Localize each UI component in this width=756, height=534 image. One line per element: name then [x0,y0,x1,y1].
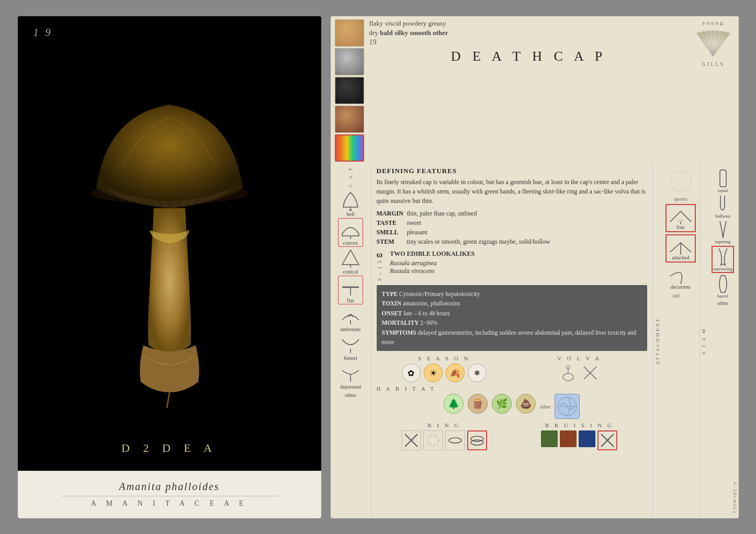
volva-present [559,363,578,382]
defining-title: DEFINING FEATURES [377,167,647,175]
ring-dot [423,430,443,450]
habitat-section: H A B I T A T 🌲 🪵 🌿 💩 other [377,385,647,419]
swatch-tan [335,19,364,47]
lookalikes-title: TWO EDIBLE LOOKALIKES [390,250,475,258]
season-section: S E A S O N ✿ ☀ 🍂 ❄ [377,355,512,382]
ring-label: R I N G [377,422,512,428]
middle-info-col: DEFINING FEATURES Its finely streaked ca… [371,164,652,518]
svg-point-27 [563,373,573,381]
volva-label: V O L V A [512,355,647,361]
shape-depressed: depressed [338,362,363,391]
bruising-label: B R U I S I N G [512,422,647,428]
att-free: free [665,204,696,232]
shape-umbonate: umbonate [338,304,363,333]
habitat-world [555,394,580,419]
swatch-rainbow [335,134,364,162]
stem-tapering-label: tapering [715,239,731,244]
stem-dim-label: S T E M [701,327,706,354]
left-card: 1 9 [18,16,321,518]
spores-label: spores [674,196,687,202]
mushroom-photo: 1 9 [18,16,321,471]
shape-convex: convex [338,218,363,247]
stem-shapes: equal bulbous tapering [712,166,734,306]
card-number: 1 9 [33,27,53,39]
ring-icons [377,430,512,450]
mushroom-illustration [81,73,258,413]
stem-other: other [717,300,728,306]
stem-value: tiny scales or smooth, green zigzags may… [407,238,550,246]
attachment-col: ATTACHMENT spores free attac [652,164,699,518]
habitat-grass: 🌿 [492,394,512,414]
cap-other-label: other [345,392,357,398]
stem-barrel: barrel [716,275,730,299]
bruising-colors [512,430,647,450]
bruising-section: B R U I S I N G [512,422,647,450]
lookalikes-text: TWO EDIBLE LOOKALIKES Russula aeruginea … [390,250,475,275]
poison-onset: ONSET late – 6 to 48 hours [382,309,642,318]
poison-symptoms: SYMPTOMS delayed gastroenteritis, includ… [382,328,642,347]
gills-area: young [693,19,735,67]
stem-equal: equal [716,169,730,193]
bruise-none [597,430,617,450]
svg-line-10 [167,392,170,408]
att-attached-label: attached [672,255,689,260]
poison-toxin: TOXIN amatoxins, phallotoxins [382,299,642,308]
season-winter: ❄ [468,363,487,382]
habitat-forest: 🌲 [444,394,464,414]
season-label: S E A S O N [377,355,512,361]
stem-bulbous: bulbous [715,195,730,219]
ring-section: R I N G [377,422,512,450]
attachment-items: spores free attached [665,166,696,291]
stem-bulbous-label: bulbous [715,213,730,219]
volva-section: V O L V A [512,355,647,382]
habitat-log: 🪵 [468,394,488,414]
gills-svg [694,28,733,59]
svg-point-36 [449,438,461,443]
habitat-dung: 💩 [516,394,536,414]
stem-label: STEM [377,238,404,246]
main-content: C A P bell convex conical [331,164,739,518]
texture-prefix: dry [369,29,380,37]
shape-funnel: funnel [338,333,363,362]
stem-barrel-label: barrel [717,293,728,299]
swatch-gray [335,48,364,75]
shape-bell-label: bell [347,211,355,217]
poison-type: TYPE Cytotoxic/Primary hepatotoxicity [382,289,642,299]
texture-line1: flaky viscid powdery greasy [369,19,689,28]
shape-depressed-label: depressed [340,384,360,390]
dimensions-label: 6 – 2 0 c m ( L ) [732,482,738,513]
poison-mortality: MORTALITY 2~90% [382,318,642,327]
smell-label: SMELL [377,229,404,236]
season-icons: ✿ ☀ 🍂 ❄ [377,363,512,382]
shape-umbonate-label: umbonate [340,326,360,332]
family-name: A M A N I T A C E A E [33,499,306,508]
shape-bell: bell [338,189,363,218]
ring-single [445,430,465,450]
poison-box: TYPE Cytotoxic/Primary hepatotoxicity TO… [377,285,647,351]
stem-tapering: tapering [715,220,731,244]
shape-funnel-label: funnel [344,355,357,361]
stem-other-label: other [717,300,728,306]
field-smell: SMELL pleasant [377,229,647,236]
texture-bold: bald silky smooth other [380,29,448,37]
volva-absent [581,363,600,382]
habitat-icons: 🌲 🪵 🌿 💩 other [377,394,647,419]
field-stem: STEM tiny scales or smooth, green zigzag… [377,238,647,246]
shape-other: other [344,391,358,399]
defining-text: Its finely streaked cap is variable in c… [377,177,647,206]
shape-conical: conical [338,247,363,276]
smell-value: pleasant [407,229,427,236]
shape-flat-label: flat [347,298,354,303]
season-autumn: 🍂 [446,363,465,382]
top-info: flaky viscid powdery greasy dry bald sil… [369,19,689,64]
species-name: Amanita phalloides [33,481,306,493]
taste-label: TASTE [377,219,404,227]
ring-double [467,430,487,450]
stem-narrowing: narrowing [712,246,734,273]
ring-x [401,430,421,450]
bruise-blue [579,430,595,447]
habitat-label: H A B I T A T [377,385,647,392]
att-attached: attached [665,234,696,263]
att-decurrent-label: decurrent [671,284,691,290]
lookalikes-omega: ω [377,250,383,259]
